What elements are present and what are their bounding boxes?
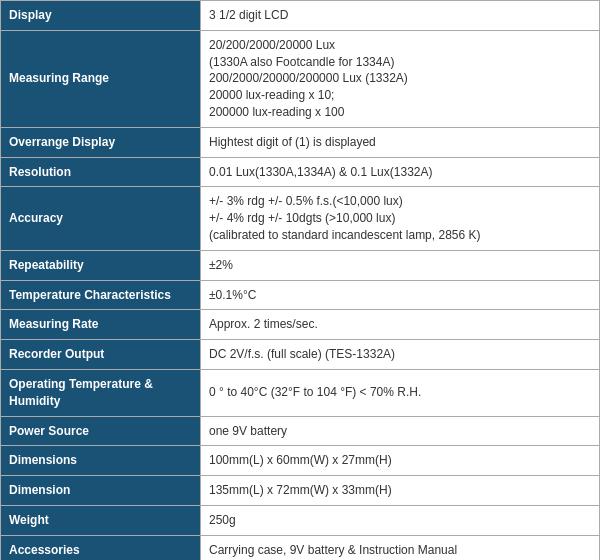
table-row: Operating Temperature & Humidity0 ° to 4… bbox=[1, 369, 600, 416]
table-row: Accuracy+/- 3% rdg +/- 0.5% f.s.(<10,000… bbox=[1, 187, 600, 250]
row-label: Resolution bbox=[1, 157, 201, 187]
table-row: Temperature Characteristics±0.1%°C bbox=[1, 280, 600, 310]
row-label: Power Source bbox=[1, 416, 201, 446]
table-row: Power Sourceone 9V battery bbox=[1, 416, 600, 446]
row-label: Dimension bbox=[1, 476, 201, 506]
table-row: Repeatability±2% bbox=[1, 250, 600, 280]
row-value: 0 ° to 40°C (32°F to 104 °F) < 70% R.H. bbox=[201, 369, 600, 416]
row-label: Overrange Display bbox=[1, 127, 201, 157]
table-row: Dimensions100mm(L) x 60mm(W) x 27mm(H) bbox=[1, 446, 600, 476]
row-label: Accessories bbox=[1, 535, 201, 560]
row-value: 250g bbox=[201, 505, 600, 535]
row-label: Accuracy bbox=[1, 187, 201, 250]
row-value: 20/200/2000/20000 Lux(1330A also Footcan… bbox=[201, 30, 600, 127]
row-value: 0.01 Lux(1330A,1334A) & 0.1 Lux(1332A) bbox=[201, 157, 600, 187]
row-label: Operating Temperature & Humidity bbox=[1, 369, 201, 416]
row-value: Hightest digit of (1) is displayed bbox=[201, 127, 600, 157]
table-row: Recorder OutputDC 2V/f.s. (full scale) (… bbox=[1, 340, 600, 370]
table-row: Weight250g bbox=[1, 505, 600, 535]
row-value: ±2% bbox=[201, 250, 600, 280]
row-label: Repeatability bbox=[1, 250, 201, 280]
row-label: Measuring Rate bbox=[1, 310, 201, 340]
row-label: Dimensions bbox=[1, 446, 201, 476]
row-value: DC 2V/f.s. (full scale) (TES-1332A) bbox=[201, 340, 600, 370]
row-label: Recorder Output bbox=[1, 340, 201, 370]
row-value: 3 1/2 digit LCD bbox=[201, 1, 600, 31]
table-row: Overrange DisplayHightest digit of (1) i… bbox=[1, 127, 600, 157]
row-value: Approx. 2 times/sec. bbox=[201, 310, 600, 340]
row-value: 135mm(L) x 72mm(W) x 33mm(H) bbox=[201, 476, 600, 506]
row-label: Weight bbox=[1, 505, 201, 535]
row-value: one 9V battery bbox=[201, 416, 600, 446]
table-row: Measuring RateApprox. 2 times/sec. bbox=[1, 310, 600, 340]
table-row: Resolution0.01 Lux(1330A,1334A) & 0.1 Lu… bbox=[1, 157, 600, 187]
row-value: ±0.1%°C bbox=[201, 280, 600, 310]
table-row: Measuring Range20/200/2000/20000 Lux(133… bbox=[1, 30, 600, 127]
row-value: Carrying case, 9V battery & Instruction … bbox=[201, 535, 600, 560]
table-row: Dimension135mm(L) x 72mm(W) x 33mm(H) bbox=[1, 476, 600, 506]
row-label: Temperature Characteristics bbox=[1, 280, 201, 310]
table-row: Display3 1/2 digit LCD bbox=[1, 1, 600, 31]
specs-table: Display3 1/2 digit LCDMeasuring Range20/… bbox=[0, 0, 600, 560]
row-value: +/- 3% rdg +/- 0.5% f.s.(<10,000 lux)+/-… bbox=[201, 187, 600, 250]
row-value: 100mm(L) x 60mm(W) x 27mm(H) bbox=[201, 446, 600, 476]
row-label: Display bbox=[1, 1, 201, 31]
row-label: Measuring Range bbox=[1, 30, 201, 127]
table-row: AccessoriesCarrying case, 9V battery & I… bbox=[1, 535, 600, 560]
